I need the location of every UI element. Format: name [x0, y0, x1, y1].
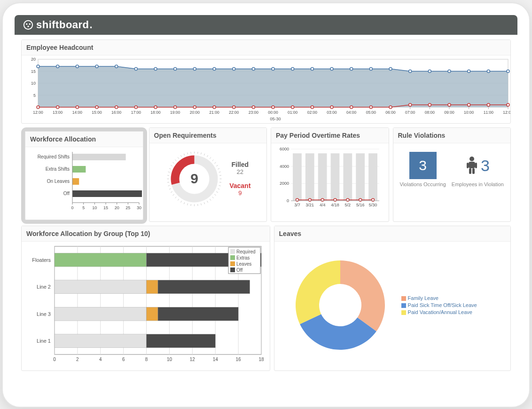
svg-rect-240 [55, 334, 147, 348]
svg-text:Line 1: Line 1 [37, 338, 51, 344]
svg-rect-199 [368, 153, 377, 201]
open-requirements-donut: 9 [165, 149, 224, 208]
svg-text:13:00: 13:00 [53, 110, 63, 115]
overtime-title: Pay Period Overtime Rates [271, 128, 389, 143]
svg-text:23:00: 23:00 [249, 110, 259, 115]
svg-point-62 [507, 103, 509, 106]
rule-violations-card[interactable]: Rule Violations 3 Violations Occurring [393, 127, 511, 222]
svg-text:20:00: 20:00 [190, 110, 200, 115]
svg-rect-120 [72, 190, 142, 197]
svg-line-171 [168, 185, 170, 186]
svg-rect-234 [55, 280, 147, 294]
svg-line-143 [212, 159, 214, 161]
svg-rect-235 [147, 280, 158, 294]
svg-text:Extras: Extras [236, 255, 250, 260]
svg-point-19 [154, 67, 157, 70]
app-screen: shiftboard . Employee Headcount 5101520 … [15, 15, 517, 395]
allocation-by-group-title: Workforce Allocation by Group (Top 10) [22, 226, 270, 242]
svg-text:Required: Required [236, 249, 256, 254]
svg-text:03:00: 03:00 [327, 110, 337, 115]
svg-line-150 [219, 182, 221, 182]
svg-line-178 [173, 162, 174, 163]
svg-point-27 [311, 67, 313, 70]
svg-point-31 [389, 67, 392, 70]
svg-text:15: 15 [31, 69, 36, 74]
leaves-legend: Family Leave Paid Sick Time Off/Sick Lea… [401, 294, 510, 316]
headcount-card[interactable]: Employee Headcount 5101520 12:0013:0014:… [21, 39, 511, 124]
filled-label: Filled [229, 161, 250, 168]
svg-line-163 [188, 203, 188, 205]
svg-rect-259 [230, 255, 235, 260]
svg-point-23 [233, 67, 235, 70]
svg-point-21 [193, 67, 196, 70]
svg-line-141 [207, 155, 208, 157]
vacant-label: Vacant [229, 182, 250, 189]
svg-point-17 [115, 65, 118, 68]
svg-point-32 [409, 70, 412, 73]
svg-text:10: 10 [31, 81, 36, 86]
svg-rect-219 [469, 168, 471, 174]
bottom-row: Workforce Allocation by Group (Top 10) 0… [19, 224, 513, 373]
svg-rect-193 [293, 153, 302, 201]
svg-text:6: 6 [122, 357, 125, 362]
svg-point-26 [291, 67, 294, 70]
svg-text:Off: Off [63, 191, 70, 196]
svg-text:Line 3: Line 3 [37, 311, 51, 317]
svg-point-1 [26, 24, 27, 25]
svg-line-181 [181, 155, 182, 157]
svg-point-33 [428, 70, 431, 73]
svg-rect-241 [147, 334, 216, 348]
svg-text:2: 2 [76, 357, 79, 362]
svg-text:3/21: 3/21 [306, 203, 314, 207]
svg-line-138 [198, 151, 198, 153]
svg-text:16: 16 [236, 357, 242, 362]
svg-rect-195 [318, 153, 327, 201]
svg-point-36 [487, 70, 490, 73]
svg-text:02:00: 02:00 [307, 110, 318, 115]
svg-text:10: 10 [92, 205, 97, 210]
svg-text:2000: 2000 [280, 181, 289, 186]
svg-text:30: 30 [137, 205, 141, 210]
svg-rect-114 [72, 154, 126, 160]
svg-rect-216 [469, 162, 475, 168]
svg-line-166 [178, 199, 179, 200]
svg-point-14 [56, 65, 59, 68]
workforce-allocation-card[interactable]: Workforce Allocation Required ShiftsExtr… [25, 131, 143, 220]
violations-count-label: Violations Occurring [400, 181, 446, 188]
svg-point-3 [27, 26, 29, 27]
svg-line-144 [215, 162, 216, 163]
brand-logo[interactable]: shiftboard . [23, 19, 93, 31]
svg-text:01:00: 01:00 [288, 110, 298, 115]
open-requirements-card[interactable]: Open Requirements 9 Filled 22 Vacant 9 [149, 127, 267, 222]
app-header: shiftboard . [15, 15, 517, 35]
svg-line-179 [175, 159, 177, 161]
brand-icon [23, 20, 33, 30]
svg-line-145 [216, 165, 218, 166]
svg-point-2 [29, 24, 31, 25]
legend-vacation: Paid Vacation/Annual Leave [401, 309, 510, 315]
svg-line-183 [188, 152, 188, 154]
leaves-card[interactable]: Leaves Family Leave Paid Sick Time Off/S… [274, 226, 511, 371]
svg-rect-263 [230, 267, 235, 272]
svg-text:08:00: 08:00 [425, 110, 435, 115]
svg-text:12:00: 12:00 [33, 110, 43, 115]
svg-point-15 [76, 65, 78, 68]
svg-text:04:00: 04:00 [346, 110, 357, 115]
svg-text:0: 0 [287, 198, 289, 203]
svg-line-174 [167, 175, 169, 175]
svg-point-24 [252, 67, 255, 70]
svg-rect-239 [158, 307, 238, 321]
overtime-card[interactable]: Pay Period Overtime Rates 0200040006000 … [271, 127, 389, 222]
svg-text:17:00: 17:00 [131, 110, 141, 115]
svg-line-139 [201, 152, 202, 154]
allocation-by-group-chart: 024681012141618 FloatersLine 2Line 3Line… [22, 242, 266, 369]
workforce-allocation-chart: Required ShiftsExtra ShiftsOn LeavesOff … [25, 147, 142, 218]
allocation-by-group-card[interactable]: Workforce Allocation by Group (Top 10) 0… [21, 226, 270, 371]
svg-point-37 [507, 70, 509, 73]
open-requirements-title: Open Requirements [149, 128, 267, 143]
svg-line-152 [218, 189, 220, 189]
svg-text:8: 8 [145, 357, 148, 362]
svg-point-215 [469, 157, 474, 161]
workforce-allocation-title: Workforce Allocation [25, 132, 143, 147]
svg-text:12: 12 [190, 357, 196, 362]
